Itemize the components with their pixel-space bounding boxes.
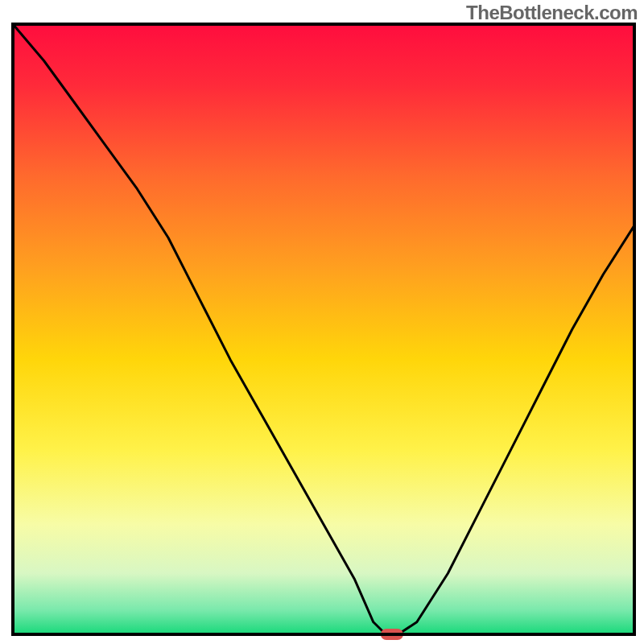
watermark-label: TheBottleneck.com <box>466 2 638 24</box>
chart-canvas <box>0 0 644 644</box>
bottleneck-chart: TheBottleneck.com <box>0 0 644 644</box>
plot-background <box>13 24 634 634</box>
